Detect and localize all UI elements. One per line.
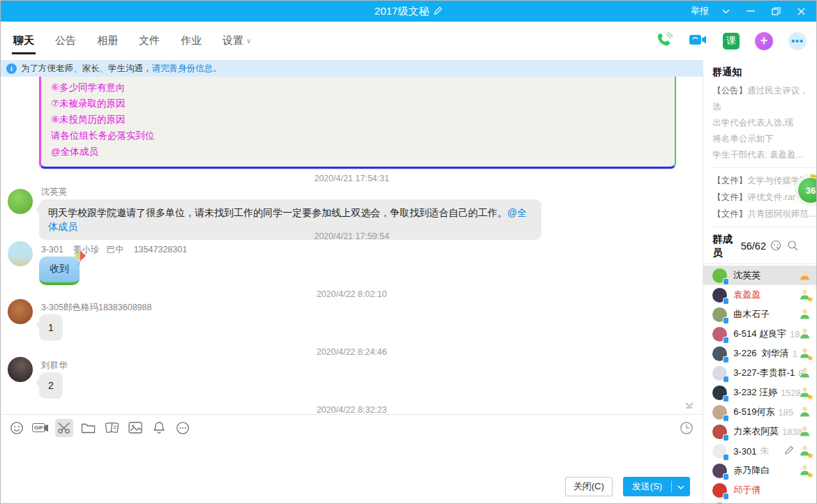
- tab-files[interactable]: 文件: [137, 23, 161, 59]
- edit-nickname-icon[interactable]: [784, 445, 794, 457]
- member-icon: [799, 406, 811, 418]
- avatar[interactable]: [8, 241, 33, 266]
- minimize-button[interactable]: [741, 3, 760, 20]
- member-avatar: [712, 366, 727, 381]
- group-chat-window: 2017级文秘 举报 聊天 公告 相册 文件 作业 设置∨: [0, 0, 817, 504]
- send-file-folder-icon[interactable]: [79, 419, 97, 437]
- send-options-chevron-icon[interactable]: [672, 483, 690, 491]
- member-name: 3-227-李贵群-1: [733, 367, 795, 379]
- member-list[interactable]: 沈英英 袁盈盈 ★ 曲木石子 6-514 赵良宇: [703, 266, 816, 503]
- member-row[interactable]: 6-519何东 185: [703, 402, 816, 422]
- member-filter-icon[interactable]: [770, 240, 781, 253]
- member-avatar: [712, 464, 727, 478]
- member-name: 3-301: [733, 446, 756, 457]
- mobile-online-badge: [723, 395, 729, 402]
- avatar[interactable]: [8, 299, 33, 324]
- gif-icon[interactable]: GIF: [31, 419, 50, 437]
- tab-homework[interactable]: 作业: [179, 23, 203, 59]
- docs-icon[interactable]: [103, 419, 121, 437]
- tab-settings[interactable]: 设置∨: [221, 23, 253, 59]
- member-row[interactable]: 曲木石子: [703, 305, 816, 324]
- group-owner-icon: [799, 269, 811, 281]
- chat-panel: i 为了方便老师、家长、学生沟通，请完善身份信息。 ⑥多少同学有意向 ⑦未被录取…: [1, 60, 703, 503]
- edit-title-icon[interactable]: [433, 6, 442, 17]
- image-icon[interactable]: [126, 419, 144, 437]
- member-phone: 1528: [781, 388, 801, 398]
- titlebar: 2017级文秘 举报: [1, 1, 816, 22]
- course-icon[interactable]: 课: [723, 33, 740, 49]
- close-button[interactable]: [791, 3, 811, 20]
- report-button[interactable]: 举报: [691, 5, 709, 17]
- group-admin-icon: ★: [799, 445, 811, 457]
- timestamp: 2020/4/22 8:02:10: [1, 289, 703, 299]
- sender-name: 刘群华: [41, 360, 68, 372]
- group-file-item[interactable]: 【文件】共青团阿坝师范...: [712, 206, 816, 222]
- member-name: 6-519何东: [733, 406, 774, 418]
- identity-info-banner: i 为了方便老师、家长、学生沟通，请完善身份信息。: [1, 60, 703, 77]
- member-row[interactable]: 3-226 刘华清 1 ★: [703, 344, 816, 363]
- member-row[interactable]: 6-607 罗建 187837: [703, 500, 816, 503]
- avatar[interactable]: [8, 357, 33, 382]
- chevron-down-icon[interactable]: [716, 3, 735, 20]
- sender-name: 3-301 姜小珍 巴中 13547328301: [41, 244, 187, 256]
- message-list[interactable]: ⑥多少同学有意向 ⑦未被录取的原因 ⑧未投简历的原因 请各位组长务必落实到位 @…: [1, 77, 703, 414]
- member-avatar: [712, 483, 727, 498]
- member-avatar: [712, 385, 727, 400]
- member-name: 赤乃降白: [733, 464, 770, 477]
- message-bubble-themed[interactable]: 收到: [39, 257, 80, 285]
- message-input-area[interactable]: 关闭(C) 发送(S): [1, 441, 703, 503]
- mobile-online-badge: [723, 376, 729, 383]
- close-chat-button[interactable]: 关闭(C): [565, 477, 613, 496]
- message-bubble[interactable]: 2: [39, 372, 63, 399]
- screenshot-scissors-icon[interactable]: [55, 419, 73, 437]
- member-row[interactable]: 3-227-李贵群-1 8: [703, 363, 816, 383]
- group-admin-icon: ★: [799, 289, 811, 300]
- member-name: 力来衣阿莫: [733, 425, 779, 438]
- more-tools-icon[interactable]: [174, 419, 192, 437]
- member-row[interactable]: 3-301 朱 ★: [703, 441, 816, 461]
- member-avatar: [712, 425, 727, 439]
- picture-message-line: ⑦未被录取的原因: [51, 96, 665, 112]
- group-admin-icon: ★: [799, 347, 811, 359]
- avatar[interactable]: [8, 189, 33, 214]
- member-row[interactable]: 力来衣阿莫 1838: [703, 422, 816, 441]
- sender-name: 沈英英: [41, 186, 68, 198]
- emoji-icon[interactable]: [8, 419, 26, 437]
- search-member-icon[interactable]: [787, 240, 798, 253]
- group-announcement[interactable]: 【公告】通过民主评议，选 出学代会代表人选,现 将名单公示如下 学生干部代表: …: [712, 83, 816, 163]
- bell-icon[interactable]: [150, 419, 168, 437]
- complete-identity-link[interactable]: 请完善身份信息。: [152, 63, 222, 75]
- member-row[interactable]: 3-232 汪婷 1528 ★: [703, 383, 816, 402]
- restore-button[interactable]: [766, 3, 786, 20]
- tab-album[interactable]: 相册: [96, 23, 119, 59]
- members-count: 56/62: [741, 240, 766, 252]
- member-icon: [799, 367, 811, 379]
- member-avatar: [712, 444, 727, 459]
- member-name: 6-514 赵良宇: [733, 328, 786, 340]
- video-call-icon[interactable]: [689, 32, 707, 50]
- member-avatar: [712, 327, 727, 342]
- kite-decoration-icon: [73, 250, 87, 268]
- message-bubble[interactable]: 1: [39, 314, 63, 341]
- member-row[interactable]: 邱于倩: [703, 480, 816, 500]
- sender-name: 3-305郎色格玛18383608988: [41, 302, 151, 314]
- member-name: 曲木石子: [733, 308, 770, 321]
- member-row[interactable]: 袁盈盈 ★: [703, 285, 816, 305]
- picture-message[interactable]: ⑥多少同学有意向 ⑦未被录取的原因 ⑧未投简历的原因 请各位组长务必落实到位 @…: [39, 77, 676, 169]
- send-button[interactable]: 发送(S): [623, 477, 690, 496]
- member-row[interactable]: 赤乃降白 ★: [703, 461, 816, 480]
- add-icon[interactable]: +: [755, 32, 773, 50]
- tab-announcement[interactable]: 公告: [54, 23, 77, 59]
- message-history-clock-icon[interactable]: [677, 419, 696, 437]
- picture-message-line: @全体成员: [51, 144, 665, 160]
- member-name: 袁盈盈: [733, 289, 760, 301]
- tab-chat[interactable]: 聊天: [12, 23, 36, 59]
- voice-call-icon[interactable]: [655, 31, 673, 52]
- member-phone: 朱: [760, 445, 769, 457]
- member-row[interactable]: 6-514 赵良宇 18: [703, 324, 816, 344]
- more-actions-icon[interactable]: •••: [788, 32, 807, 50]
- member-row[interactable]: 沈英英: [703, 266, 816, 285]
- scroll-to-bottom-icon[interactable]: [684, 399, 694, 412]
- star-badge-icon: ★: [807, 452, 814, 459]
- star-badge-icon: ★: [807, 471, 814, 479]
